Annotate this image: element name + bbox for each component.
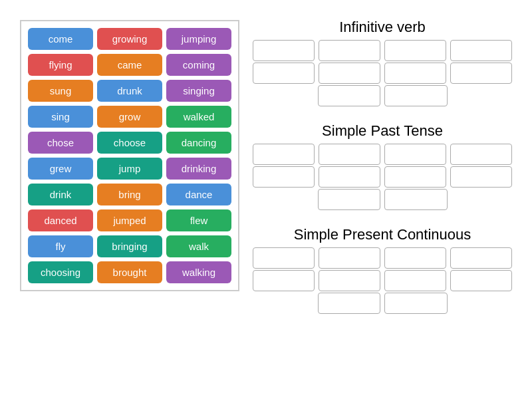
drop-box[interactable] [253,40,315,61]
word-chip-drinking[interactable]: drinking [166,158,231,180]
drop-row-1 [253,166,512,188]
word-chip-drunk[interactable]: drunk [97,80,162,102]
drop-box[interactable] [253,63,315,84]
drop-box[interactable] [450,166,512,188]
drop-box[interactable] [318,293,381,314]
drop-box[interactable] [384,166,446,188]
word-chip-brought[interactable]: brought [97,261,162,283]
word-chip-flying[interactable]: flying [28,54,93,76]
word-chip-fly[interactable]: fly [28,235,93,257]
drop-box[interactable] [318,85,381,106]
right-panel: Infinitive verbSimple Past TenseSimple P… [246,13,519,318]
word-grid: comegrowingjumpingflyingcamecomingsungdr… [20,20,239,291]
drop-row-2 [318,189,448,210]
word-chip-walk[interactable]: walk [166,235,231,257]
drop-box[interactable] [450,40,512,61]
drop-box[interactable] [450,144,512,165]
drop-box[interactable] [450,270,512,291]
word-bank-panel: comegrowingjumpingflyingcamecomingsungdr… [13,13,246,298]
drop-row-0 [253,144,512,165]
drop-row-2 [318,85,448,106]
word-chip-jumped[interactable]: jumped [97,209,162,231]
word-chip-grew[interactable]: grew [28,158,93,180]
word-chip-sing[interactable]: sing [28,106,93,128]
word-chip-choose[interactable]: choose [97,132,162,154]
section-simple-past-tense: Simple Past Tense [253,117,512,211]
drop-box[interactable] [318,189,381,210]
drop-box[interactable] [319,270,380,291]
drop-box[interactable] [384,189,448,210]
word-chip-jumping[interactable]: jumping [166,28,231,50]
drop-box[interactable] [450,63,512,84]
word-chip-dance[interactable]: dance [166,184,231,205]
drop-row-0 [253,40,512,61]
word-chip-growing[interactable]: growing [97,28,162,50]
word-chip-flew[interactable]: flew [166,209,231,231]
drop-row-2 [318,293,448,314]
drop-box[interactable] [384,85,448,106]
word-chip-choosing[interactable]: choosing [28,261,93,283]
drop-row-1 [253,270,512,291]
drop-box[interactable] [384,270,446,291]
word-chip-come[interactable]: come [28,28,93,50]
word-chip-jump[interactable]: jump [97,158,162,180]
drop-box[interactable] [319,166,380,188]
word-chip-came[interactable]: came [97,54,162,76]
word-chip-coming[interactable]: coming [166,54,231,76]
word-chip-singing[interactable]: singing [166,80,231,102]
drop-box[interactable] [384,144,446,165]
drop-box[interactable] [319,63,380,84]
word-chip-dancing[interactable]: dancing [166,132,231,154]
word-chip-drink[interactable]: drink [28,184,93,205]
word-chip-sung[interactable]: sung [28,80,93,102]
drop-row-0 [253,247,512,269]
section-infinitive-verb: Infinitive verb [253,13,512,108]
drop-box[interactable] [384,247,446,269]
drop-box[interactable] [384,40,446,61]
drop-box[interactable] [384,293,448,314]
drop-box[interactable] [253,247,315,269]
drop-row-1 [253,63,512,84]
word-chip-bring[interactable]: bring [97,184,162,205]
word-chip-bringing[interactable]: bringing [97,235,162,257]
section-simple-present-continuous: Simple Present Continuous [253,221,512,315]
drop-box[interactable] [253,270,315,291]
drop-box[interactable] [319,40,380,61]
word-chip-walked[interactable]: walked [166,106,231,128]
word-chip-walking[interactable]: walking [166,261,231,283]
drop-box[interactable] [384,63,446,84]
drop-box[interactable] [319,247,380,269]
drop-box[interactable] [450,247,512,269]
word-chip-grow[interactable]: grow [97,106,162,128]
word-chip-danced[interactable]: danced [28,209,93,231]
drop-box[interactable] [253,144,315,165]
drop-box[interactable] [253,166,315,188]
section-title: Simple Past Tense [253,122,512,140]
drop-box[interactable] [319,144,380,165]
section-title: Infinitive verb [253,19,512,36]
section-title: Simple Present Continuous [253,226,512,243]
word-chip-chose[interactable]: chose [28,132,93,154]
